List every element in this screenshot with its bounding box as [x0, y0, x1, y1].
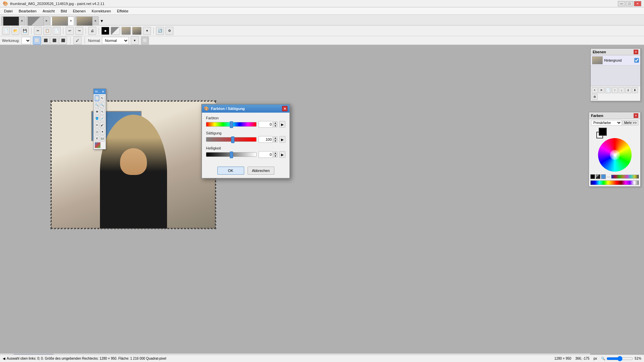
tab-close-2[interactable]: ✕	[45, 19, 48, 23]
ws-extra[interactable]: ▾	[131, 37, 139, 45]
tb-img1[interactable]	[111, 27, 120, 35]
sel-mode[interactable]: ⬛	[59, 37, 67, 45]
color-black-swatch[interactable]	[590, 174, 595, 179]
tb-settings[interactable]: ⚙	[165, 27, 173, 35]
ebt-up[interactable]: ↑	[612, 87, 618, 93]
layer-visibility-checkbox[interactable]	[634, 58, 639, 63]
sattigung-slider-track[interactable]	[206, 137, 257, 142]
ebt-flatten[interactable]: ⬇	[632, 87, 638, 93]
tool-zoom-in[interactable]: 🔍	[95, 102, 99, 108]
minimize-button[interactable]: —	[618, 1, 625, 6]
sattigung-input[interactable]	[259, 136, 273, 143]
tool-text2[interactable]: 12	[100, 135, 105, 141]
canvas-area[interactable]: W... ✕ ⬜ ↖ 🔍 🔍 ✥ ↖ 🪣 💉	[0, 45, 644, 362]
tab-close-3[interactable]: ✕	[69, 19, 72, 23]
tool-colorpick[interactable]: 💉	[100, 115, 105, 121]
color-dots-button[interactable]: ···	[606, 174, 610, 179]
tb-save[interactable]: 💾	[21, 27, 29, 35]
tool-palette-close[interactable]: ✕	[102, 90, 104, 94]
ws-feather[interactable]: 🖊	[73, 37, 82, 45]
blend-mode-select[interactable]: Normal Multiplizieren Bildschirm	[102, 37, 129, 44]
tb-new[interactable]: 📄	[2, 27, 10, 35]
sattigung-spin-up[interactable]: ▲	[273, 136, 277, 139]
tb-paste[interactable]: 📄	[53, 27, 61, 35]
tb-undo[interactable]: ↩	[66, 27, 74, 35]
sattigung-spin-down[interactable]: ▼	[273, 139, 277, 142]
ws-color[interactable]: ⬜	[141, 37, 149, 45]
ebt-add[interactable]: +	[592, 87, 598, 93]
farben-close-button[interactable]: ✕	[634, 113, 638, 118]
tool-brush[interactable]: 🖌	[100, 122, 105, 128]
tool-eraser[interactable]: ◻	[95, 129, 99, 135]
farbton-slider-thumb[interactable]	[230, 121, 233, 128]
tool-fill[interactable]: 🪣	[95, 115, 99, 121]
farbton-input[interactable]	[259, 121, 273, 128]
menu-bearbeiten[interactable]: Bearbeiten	[16, 8, 39, 14]
color-blue-swatch[interactable]	[601, 174, 606, 179]
maximize-button[interactable]: □	[626, 1, 633, 6]
tb-open[interactable]: 📂	[11, 27, 19, 35]
image-tab-1[interactable]: ✕	[1, 16, 25, 25]
ebt-merge[interactable]: ⇓	[625, 87, 631, 93]
tb-img3[interactable]	[132, 27, 142, 35]
tool-move2[interactable]: ↖	[100, 109, 105, 115]
dialog-ok-button[interactable]: OK	[217, 167, 244, 175]
close-button[interactable]: ✕	[634, 1, 641, 6]
ebt-down[interactable]: ↓	[619, 87, 625, 93]
ebt-props[interactable]: ⚙	[592, 94, 598, 100]
helligkeit-spin-down[interactable]: ▼	[273, 155, 277, 158]
tb-print[interactable]: 🖨	[88, 27, 96, 35]
hue-saturation-dialog[interactable]: 🎨 Farbton / Sättigung ✕ Farbton ▲ ▼	[201, 104, 290, 179]
tb-redo[interactable]: ↪	[75, 27, 83, 35]
tool-color-picker[interactable]	[95, 142, 101, 148]
menu-effekte[interactable]: Effekte	[114, 8, 131, 14]
image-tab-4[interactable]: ✕	[75, 16, 99, 25]
ebt-delete[interactable]: ✕	[598, 87, 604, 93]
tb-img2[interactable]	[121, 27, 131, 35]
farben-mehr-button[interactable]: Mehr >>	[623, 120, 638, 125]
farbton-spin-down[interactable]: ▼	[273, 124, 277, 127]
tool-clone[interactable]: ✦	[100, 129, 105, 135]
helligkeit-input[interactable]	[259, 151, 273, 158]
zoom-slider[interactable]	[606, 356, 633, 361]
menu-korrekturen[interactable]: Korrekturen	[89, 8, 113, 14]
sel-fixed[interactable]: ⬛	[42, 37, 50, 45]
tool-pencil[interactable]: ✏	[95, 122, 99, 128]
dialog-close-button[interactable]: ✕	[282, 106, 287, 111]
tb-copy[interactable]: 📋	[43, 27, 51, 35]
sattigung-slider-thumb[interactable]	[231, 136, 234, 143]
sel-custom[interactable]: ⬛	[50, 37, 58, 45]
tabs-overflow-button[interactable]: ▾	[99, 18, 104, 23]
tool-palette-header[interactable]: W... ✕	[94, 89, 106, 94]
tab-close-4[interactable]: ✕	[94, 19, 97, 23]
color-trans-swatch[interactable]	[596, 174, 600, 179]
menu-datei[interactable]: Datei	[1, 8, 15, 14]
werkzeug-select[interactable]	[21, 37, 31, 44]
tab-close-1[interactable]: ✕	[20, 19, 23, 23]
farbton-slider-track[interactable]	[206, 122, 257, 127]
tb-refresh[interactable]: 🔄	[156, 27, 164, 35]
helligkeit-spin-up[interactable]: ▲	[273, 152, 277, 155]
tool-zoom-out[interactable]: 🔍	[100, 102, 105, 108]
color-gradient-bar[interactable]	[611, 175, 639, 179]
farbton-spin-up[interactable]: ▲	[273, 121, 277, 124]
ebt-dup[interactable]: 📄	[605, 87, 611, 93]
tb-black[interactable]: ■	[101, 27, 109, 35]
helligkeit-slider-track[interactable]	[206, 152, 257, 157]
menu-ebenen[interactable]: Ebenen	[70, 8, 88, 14]
image-tab-2[interactable]: ✕	[26, 16, 50, 25]
tool-move[interactable]: ✥	[95, 109, 99, 115]
tool-text[interactable]: T	[95, 135, 99, 141]
status-arrow-left[interactable]: ◀	[3, 357, 5, 360]
tool-rect-select[interactable]: ⬜	[95, 95, 99, 101]
palette-strip[interactable]	[590, 180, 639, 185]
tb-cut[interactable]: ✂	[34, 27, 42, 35]
dialog-titlebar[interactable]: 🎨 Farbton / Sättigung ✕	[202, 105, 289, 113]
menu-bild[interactable]: Bild	[58, 8, 69, 14]
helligkeit-slider-thumb[interactable]	[230, 152, 233, 158]
sel-rect[interactable]: ⬜	[33, 37, 41, 45]
farbton-arrow-btn[interactable]: ▶	[279, 121, 285, 128]
ebenen-close-button[interactable]: ✕	[634, 50, 638, 54]
menu-ansicht[interactable]: Ansicht	[40, 8, 57, 14]
color-wheel[interactable]	[598, 138, 632, 172]
